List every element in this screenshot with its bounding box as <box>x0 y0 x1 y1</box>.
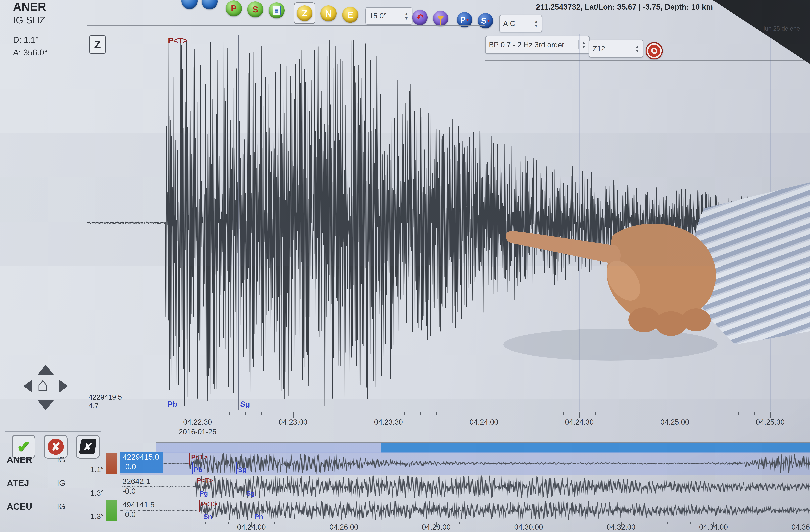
component-n-button[interactable]: N <box>321 5 337 21</box>
axis-tick <box>675 412 675 418</box>
home-icon[interactable]: ⌂ <box>37 375 48 393</box>
axis-tick-label: 04:24:00 <box>237 523 266 531</box>
axis-minor-tick <box>754 412 755 415</box>
axis-minor-tick <box>659 412 659 415</box>
row-phase-marker-line[interactable] <box>199 500 199 512</box>
s-pick-line[interactable] <box>238 35 239 410</box>
pb-pick-label: Pb <box>167 400 177 408</box>
station-trace[interactable] <box>120 475 810 499</box>
spin-up-icon[interactable]: ▲ <box>404 12 409 16</box>
axis-minor-tick <box>627 412 627 415</box>
plus-badge: + <box>487 18 490 23</box>
add-s-pick-button[interactable]: S+ <box>478 13 493 29</box>
axis-tick-label: 04:24:30 <box>565 418 594 426</box>
station-amp-cell: 494141.5 -0.0 <box>123 500 155 519</box>
station-network: IG <box>57 502 65 511</box>
axis-tick-label: 04:25:00 <box>661 418 689 426</box>
axis-minor-tick <box>723 412 723 415</box>
axis-tick-label: 04:23:30 <box>374 418 403 426</box>
station-row-atej[interactable]: ATEJ IG 1.3° 32642.1 -0.0 P<T>PgSg <box>3 475 810 499</box>
axis-tick-label: 04:25:30 <box>756 418 784 426</box>
overview-view-region[interactable] <box>156 442 381 453</box>
station-trace[interactable] <box>120 452 810 475</box>
overview-scrollbar[interactable] <box>381 442 810 453</box>
sg-pick-label: Sg <box>240 400 250 408</box>
spinner-arrows[interactable]: ▲ ▼ <box>401 12 409 20</box>
station-row-aner[interactable]: ANER IG 1.1° 4229415.0 -0.0 P<T>PbSg <box>3 452 810 475</box>
row-pick-line[interactable] <box>192 463 193 474</box>
row-phase-marker-label: P<T> <box>201 500 217 508</box>
station-residual: -0.0 <box>123 486 150 496</box>
axis-minor-tick <box>548 412 548 415</box>
axis-tick-label: 04:28:00 <box>422 523 451 531</box>
axis-tick-label: 04:26:00 <box>329 523 358 531</box>
add-s-label: S <box>481 16 487 26</box>
rotation-angle-spinner[interactable]: 15.0° ▲ ▼ <box>366 7 412 25</box>
axis-minor-tick <box>182 522 182 524</box>
snapshot-button[interactable]: ▤ <box>269 2 285 18</box>
axis-tick <box>770 412 771 418</box>
axis-minor-tick <box>373 412 373 415</box>
axis-minor-tick <box>500 412 500 415</box>
component-e-button[interactable]: E <box>342 7 358 23</box>
scroll-left-button[interactable] <box>23 380 32 393</box>
axis-minor-tick <box>595 412 596 415</box>
axis-minor-tick <box>166 412 166 415</box>
axis-minor-tick <box>420 412 421 415</box>
station-color-bar <box>106 500 117 521</box>
component-z-selected-frame: Z <box>294 2 315 24</box>
station-distance: 1.3° <box>75 512 104 521</box>
axis-minor-tick <box>150 412 150 415</box>
row-pick-line[interactable] <box>236 463 237 474</box>
row-pick-label: Sg <box>238 466 246 473</box>
toolbar-sphere-button-1[interactable] <box>181 0 197 9</box>
undo-pick-button[interactable]: ↶ <box>412 10 428 25</box>
row-pick-line[interactable] <box>244 486 245 498</box>
phase-s-button[interactable]: S <box>247 1 263 17</box>
axis-minor-tick <box>321 522 321 524</box>
row-pick-label: Pn <box>255 513 263 520</box>
axis-minor-tick <box>261 412 262 415</box>
station-network: IG <box>57 479 65 488</box>
rotation-angle-value: 15.0° <box>369 12 387 20</box>
toolbar-divider <box>87 25 485 26</box>
main-waveform-trace[interactable] <box>87 34 810 411</box>
station-code: ATEJ <box>7 478 29 488</box>
row-pick-line[interactable] <box>198 486 198 498</box>
station-row-aceu[interactable]: ACEU IG 1.3° 494141.5 -0.0 P<T>PnSn <box>3 499 810 522</box>
axis-minor-tick <box>532 412 532 415</box>
station-code: ANER <box>7 454 32 465</box>
toolbar-sphere-button-2[interactable] <box>201 0 217 10</box>
axis-minor-tick <box>452 412 452 415</box>
row-pick-label: Pg <box>199 489 208 497</box>
component-z-button[interactable]: Z <box>297 5 312 21</box>
phase-p-button[interactable]: P <box>226 0 242 16</box>
row-pick-line[interactable] <box>202 509 202 521</box>
station-color-bar <box>106 453 117 474</box>
row-phase-marker-line[interactable] <box>189 453 190 465</box>
axis-tick-label: 04:23:00 <box>279 418 307 426</box>
axis-tick-label: 04:32:00 <box>607 523 635 531</box>
spin-down-icon[interactable]: ▼ <box>404 16 409 20</box>
main-time-axis <box>87 412 810 412</box>
scroll-right-button[interactable] <box>59 380 68 393</box>
axis-minor-tick <box>506 522 506 524</box>
axis-date-label: 2016-01-25 <box>179 428 216 436</box>
p-pick-line[interactable] <box>166 35 166 410</box>
axis-minor-tick <box>643 412 643 415</box>
axis-minor-tick <box>413 522 414 524</box>
axis-minor-tick <box>786 412 787 415</box>
scroll-up-button[interactable] <box>38 365 54 375</box>
row-pick-line[interactable] <box>253 509 254 521</box>
row-pick-label: Sg <box>246 489 255 497</box>
picker-algorithm-select[interactable]: AIC ▲▼ <box>499 15 542 32</box>
row-phase-marker-line[interactable] <box>195 477 195 488</box>
axis-minor-tick <box>205 522 206 524</box>
axis-minor-tick <box>760 522 760 524</box>
document-icon: ▤ <box>273 5 281 15</box>
station-trace[interactable] <box>120 499 810 522</box>
scroll-down-button[interactable] <box>38 400 54 410</box>
axis-minor-tick <box>736 522 737 524</box>
filter-tool-button[interactable] <box>433 11 448 26</box>
axis-minor-tick <box>468 412 468 415</box>
